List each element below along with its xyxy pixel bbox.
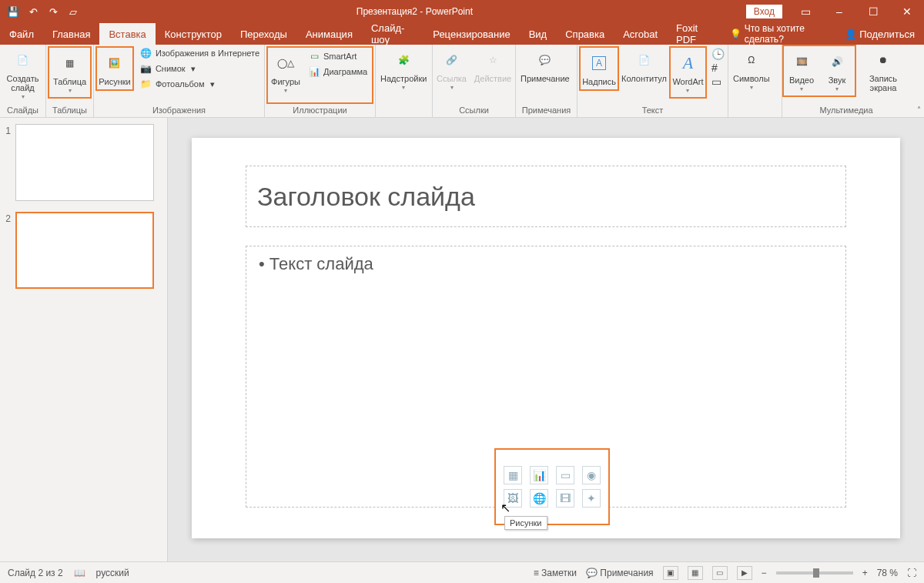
comments-button[interactable]: 💬 Примечания [586, 568, 654, 578]
slide-thumbnails: 1 2 [0, 118, 168, 561]
titlebar: 💾 ↶ ↷ ▱ Презентация2 - PowerPoint Вход ▭… [0, 0, 924, 23]
close-icon[interactable]: ✕ [890, 1, 924, 22]
screen-recording-button[interactable]: ⏺ Запись экрана [856, 45, 910, 95]
textbox-button[interactable]: A Надпись [579, 46, 619, 91]
body-placeholder[interactable]: • Текст слайда ▦ 📊 ▭ ◉ 🖼 🌐 🎞 ✦ [246, 246, 846, 508]
tab-design[interactable]: Конструктор [156, 23, 231, 45]
tab-home[interactable]: Главная [43, 23, 99, 45]
tooltip: Рисунки [504, 516, 547, 530]
addins-button[interactable]: 🧩 Надстройки ▾ [376, 45, 431, 94]
redo-icon[interactable]: ↷ [43, 1, 63, 22]
insert-video-icon[interactable]: 🎞 [556, 489, 574, 508]
comment-icon: 💬 [533, 48, 557, 72]
tab-slideshow[interactable]: Слайд-шоу [362, 23, 424, 45]
tab-view[interactable]: Вид [520, 23, 557, 45]
pictures-button[interactable]: 🖼️ Рисунки [95, 46, 134, 91]
maximize-icon[interactable]: ☐ [856, 1, 890, 22]
sorter-view-icon[interactable]: ▦ [688, 566, 703, 580]
slideshow-view-icon[interactable]: ▶ [737, 566, 752, 580]
comment-button[interactable]: 💬 Примечание [516, 45, 574, 86]
reading-view-icon[interactable]: ▭ [712, 566, 728, 580]
screenshot-icon: 📷 [140, 62, 152, 75]
status-language[interactable]: русский [96, 568, 129, 578]
slide-editor[interactable]: Заголовок слайда • Текст слайда ▦ 📊 ▭ ◉ … [168, 118, 924, 561]
status-slide-number[interactable]: Слайд 2 из 2 [8, 568, 63, 578]
group-tables-label: Таблицы [46, 106, 93, 117]
save-icon[interactable]: 💾 [3, 1, 23, 22]
fit-to-window-icon[interactable]: ⛶ [907, 568, 916, 578]
insert-online-picture-icon[interactable]: 🌐 [530, 489, 548, 508]
tab-file[interactable]: Файл [0, 23, 43, 45]
title-placeholder-text: Заголовок слайда [257, 182, 475, 212]
audio-button[interactable]: 🔊 Звук ▾ [819, 46, 855, 95]
zoom-out-icon[interactable]: − [762, 568, 767, 578]
window-title: Презентация2 - PowerPoint [83, 6, 746, 17]
link-button: 🔗 Ссылка ▾ [433, 45, 470, 94]
zoom-slider[interactable] [776, 571, 853, 575]
tab-acrobat[interactable]: Acrobat [614, 23, 667, 45]
screen-recording-icon: ⏺ [871, 48, 896, 72]
start-slideshow-icon[interactable]: ▱ [63, 1, 83, 22]
group-images-label: Изображения [94, 106, 264, 117]
share-button[interactable]: 👤 Поделиться [835, 23, 924, 45]
online-images-button[interactable]: 🌐Изображения в Интернете [139, 46, 261, 60]
thumb-number-1: 1 [0, 124, 15, 136]
group-text-label: Текст [578, 106, 728, 117]
new-slide-button[interactable]: 📄 Создать слайд ▾ [0, 45, 45, 103]
tab-transitions[interactable]: Переходы [231, 23, 296, 45]
symbols-button[interactable]: Ω Символы ▾ [728, 45, 775, 94]
smartart-button[interactable]: ▭SmartArt [306, 49, 369, 63]
zoom-value[interactable]: 78 % [877, 568, 898, 578]
group-media-label: Мультимедиа [782, 106, 910, 117]
body-placeholder-text: • Текст слайда [259, 254, 833, 274]
table-button[interactable]: ▦ Таблица ▾ [48, 46, 92, 99]
tellme[interactable]: 💡 Что вы хотите сделать? [722, 23, 835, 45]
tab-review[interactable]: Рецензирование [424, 23, 519, 45]
headerfooter-button[interactable]: 📄 Колонтитул [621, 45, 668, 86]
video-button[interactable]: 🎞️ Видео ▾ [784, 46, 819, 95]
minimize-icon[interactable]: – [822, 1, 856, 22]
video-icon: 🎞️ [789, 49, 814, 74]
collapse-ribbon-icon[interactable]: ˄ [917, 106, 921, 114]
shapes-button[interactable]: ◯△ Фигуры ▾ [268, 48, 303, 97]
ribbon: 📄 Создать слайд ▾ Слайды ▦ Таблица ▾ Таб… [0, 45, 924, 118]
spellcheck-icon[interactable]: 📖 [74, 568, 85, 578]
undo-icon[interactable]: ↶ [23, 1, 43, 22]
wordart-button[interactable]: A WordArt ▾ [669, 46, 707, 99]
insert-3dmodel-icon[interactable]: ◉ [582, 466, 601, 484]
screenshot-button[interactable]: 📷Снимок ▾ [139, 62, 261, 75]
chart-button[interactable]: 📊Диаграмма [306, 65, 369, 79]
photo-album-button[interactable]: 📁Фотоальбом ▾ [139, 77, 261, 91]
thumb-slide-1[interactable] [15, 124, 154, 201]
tab-insert[interactable]: Вставка [99, 23, 155, 45]
table-icon: ▦ [58, 51, 82, 75]
insert-icon-icon[interactable]: ✦ [582, 489, 601, 508]
insert-table-icon[interactable]: ▦ [504, 466, 522, 484]
symbols-icon: Ω [739, 48, 764, 72]
group-links-label: Ссылки [433, 106, 515, 117]
thumb-number-2: 2 [0, 212, 15, 224]
tab-foxit[interactable]: Foxit PDF [667, 23, 722, 45]
textbox-icon: A [587, 51, 611, 75]
zoom-in-icon[interactable]: + [862, 568, 868, 578]
group-illustrations-label: Иллюстрации [265, 106, 375, 117]
login-button[interactable]: Вход [746, 5, 782, 18]
slide-canvas[interactable]: Заголовок слайда • Текст слайда ▦ 📊 ▭ ◉ … [192, 138, 900, 538]
tab-animations[interactable]: Анимация [296, 23, 362, 45]
headerfooter-icon: 📄 [632, 48, 657, 72]
object-icon[interactable]: ▭ [711, 75, 725, 88]
title-placeholder[interactable]: Заголовок слайда [246, 166, 846, 227]
ribbon-display-icon[interactable]: ▭ [788, 1, 822, 22]
tab-help[interactable]: Справка [556, 23, 614, 45]
date-time-icon[interactable]: 🕒 [711, 48, 725, 60]
notes-button[interactable]: ≡ Заметки [534, 568, 577, 578]
link-icon: 🔗 [440, 48, 464, 72]
normal-view-icon[interactable]: ▣ [663, 566, 678, 580]
ribbon-tabs: Файл Главная Вставка Конструктор Переход… [0, 23, 924, 45]
slide-number-icon[interactable]: # [711, 62, 725, 74]
insert-smartart-icon[interactable]: ▭ [556, 466, 574, 484]
shapes-icon: ◯△ [273, 51, 298, 75]
group-slides-label: Слайды [0, 106, 45, 117]
insert-chart-icon[interactable]: 📊 [530, 466, 548, 484]
thumb-slide-2[interactable] [15, 212, 154, 289]
